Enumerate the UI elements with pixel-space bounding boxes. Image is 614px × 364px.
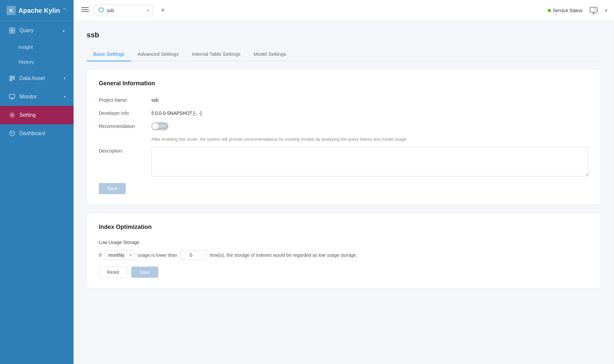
logo-icon: K xyxy=(7,6,16,15)
sidebar-item-insight[interactable]: Insight xyxy=(0,40,74,54)
sidebar-item-label: Monitor xyxy=(19,94,37,100)
project-name-label: Project Name: xyxy=(99,96,151,103)
general-info-actions: Save xyxy=(99,183,589,194)
description-row: Description: xyxy=(99,147,589,176)
sidebar-item-label: Dashboard xyxy=(19,131,45,136)
topbar: ssb ▾ + Service Status i ▾ xyxy=(74,0,614,21)
hamburger-button[interactable] xyxy=(80,6,90,15)
recommendation-toggle[interactable]: OFF xyxy=(151,122,168,130)
query-icon xyxy=(9,27,15,34)
low-usage-row: If monthly weekly daily usage is lower t… xyxy=(99,250,589,260)
data-asset-icon xyxy=(9,75,15,82)
description-label: Description: xyxy=(99,147,151,153)
service-status: Service Status xyxy=(548,8,582,13)
tab-internal-table-settings[interactable]: Internal Table Settings xyxy=(185,47,247,61)
svg-point-10 xyxy=(12,133,13,134)
index-optimization-card: Index Optimization Low Usage Storage If … xyxy=(87,213,601,289)
setting-icon xyxy=(9,112,15,118)
usage-lower-than-label: usage is lower than xyxy=(138,253,177,258)
developer-info-row: Developer Info 5.0.0.0-SNAPSHOT [-, -] xyxy=(99,109,589,116)
times-label: time(s), the storage of indexes would be… xyxy=(210,253,357,258)
settings-tabs: Basic Settings Advanced Settings Interna… xyxy=(87,47,601,61)
dashboard-icon xyxy=(9,130,15,137)
svg-point-8 xyxy=(11,114,13,116)
sidebar-item-history[interactable]: History xyxy=(0,54,74,69)
general-info-title: General Information xyxy=(99,80,589,87)
chevron-up-icon: ▲ xyxy=(62,28,66,33)
frequency-select[interactable]: monthly weekly daily xyxy=(105,250,134,260)
sidebar-item-query[interactable]: Query ▲ xyxy=(0,21,74,40)
svg-rect-3 xyxy=(12,31,15,33)
tab-basic-settings[interactable]: Basic Settings xyxy=(87,47,131,61)
index-optimization-reset-button[interactable]: Reset xyxy=(99,267,127,278)
sidebar-item-label: Setting xyxy=(19,112,36,118)
monitor-icon-button[interactable]: i xyxy=(588,5,600,16)
add-project-button[interactable]: + xyxy=(157,5,169,16)
project-name-value: ssb xyxy=(151,96,159,103)
sidebar: K Apache Kylin ™ Query ▲ Insight History… xyxy=(0,0,74,364)
sidebar-item-label: Data Asset xyxy=(19,75,45,81)
page-title: ssb xyxy=(87,31,601,39)
chevron-down-icon: ▾ xyxy=(64,94,66,99)
sidebar-item-dashboard[interactable]: Dashboard xyxy=(0,124,74,143)
description-input[interactable] xyxy=(151,147,589,176)
status-dot-icon xyxy=(548,9,551,12)
recommendation-row: Recommendation OFF xyxy=(99,122,589,130)
project-name: ssb xyxy=(107,8,144,13)
developer-info-value: 5.0.0.0-SNAPSHOT [-, -] xyxy=(151,109,202,116)
toggle-thumb xyxy=(152,123,159,130)
usage-value-input[interactable] xyxy=(180,250,207,260)
index-optimization-save-button[interactable]: Save xyxy=(131,267,158,278)
developer-info-label: Developer Info xyxy=(99,109,151,116)
sidebar-item-label: Query xyxy=(19,28,34,33)
dropdown-arrow-icon: ▾ xyxy=(147,8,149,13)
general-info-card: General Information Project Name: ssb De… xyxy=(87,69,601,205)
svg-rect-4 xyxy=(10,76,14,77)
if-label: If xyxy=(99,253,101,258)
svg-rect-0 xyxy=(10,28,12,30)
index-optimization-title: Index Optimization xyxy=(99,224,589,231)
toggle-off-label: OFF xyxy=(159,124,166,129)
main-content: ssb ▾ + Service Status i ▾ ssb Basic Set… xyxy=(74,0,614,364)
project-icon xyxy=(98,7,104,14)
topbar-right: Service Status i ▾ xyxy=(548,5,607,16)
project-selector[interactable]: ssb ▾ xyxy=(94,5,153,16)
toggle-track: OFF xyxy=(151,122,168,130)
recommendation-hint: After enabling this mode, the system wil… xyxy=(151,137,589,142)
topbar-chevron-icon[interactable]: ▾ xyxy=(605,7,607,13)
general-info-save-button[interactable]: Save xyxy=(99,183,126,194)
content-area: ssb Basic Settings Advanced Settings Int… xyxy=(74,21,614,364)
app-trademark: ™ xyxy=(63,8,66,11)
frequency-select-wrapper: monthly weekly daily xyxy=(105,250,134,260)
svg-rect-6 xyxy=(10,80,12,81)
service-status-label: Service Status xyxy=(553,8,582,13)
sidebar-item-data-asset[interactable]: Data Asset ▾ xyxy=(0,69,74,88)
tab-advanced-settings[interactable]: Advanced Settings xyxy=(131,47,185,61)
svg-rect-5 xyxy=(10,78,14,79)
index-optimization-actions: Reset Save xyxy=(99,267,589,278)
recommendation-label: Recommendation xyxy=(99,122,151,129)
monitor-nav-icon xyxy=(9,93,15,100)
project-name-row: Project Name: ssb xyxy=(99,96,589,103)
sidebar-item-setting[interactable]: Setting xyxy=(0,106,74,124)
sidebar-sub-label: Insight xyxy=(18,44,33,50)
app-logo: K Apache Kylin ™ xyxy=(0,0,74,21)
chevron-down-icon: ▾ xyxy=(64,76,66,81)
sidebar-item-monitor[interactable]: Monitor ▾ xyxy=(0,88,74,106)
sidebar-sub-label: History xyxy=(18,59,34,65)
svg-rect-1 xyxy=(12,28,15,30)
tab-model-settings[interactable]: Model Settings xyxy=(247,47,293,61)
low-usage-storage-label: Low Usage Storage xyxy=(99,240,589,245)
svg-rect-2 xyxy=(10,31,12,33)
svg-rect-7 xyxy=(10,94,15,98)
app-name: Apache Kylin xyxy=(18,7,60,14)
